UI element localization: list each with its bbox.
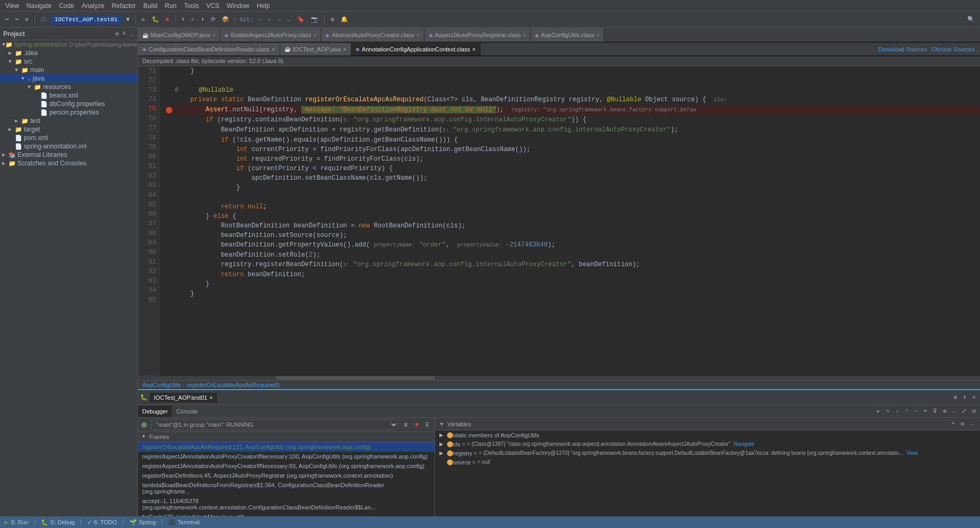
debug-columns-icon[interactable]: ⊟ — [970, 407, 978, 416]
tab-abstract-proxy-close[interactable]: × — [417, 32, 420, 38]
tab-aop-config-close[interactable]: × — [596, 32, 600, 38]
toolbar-camera-btn[interactable]: 📷 — [309, 15, 320, 24]
debug-settings-icon[interactable]: ⚙ — [941, 407, 949, 416]
menu-item-view[interactable]: View — [2, 1, 22, 11]
toolbar-vcs-commit-btn[interactable]: ✓ — [189, 15, 197, 24]
tree-item-scratches[interactable]: ▶ 📁 Scratches and Consoles — [0, 159, 137, 168]
var-item-registry[interactable]: ▶ ⬤ registry = = {DefaultListableBeanFac… — [435, 448, 980, 457]
thread-filter-btn[interactable]: ⊽ — [423, 420, 431, 429]
frames-expand-icon[interactable]: ▼ — [142, 434, 145, 439]
debug-stepover-icon[interactable]: ↷ — [884, 407, 892, 416]
code-area[interactable]: 71 72 73 74 75 76 77 78 79 80 81 82 83 8… — [138, 66, 980, 376]
toolbar-more-btn[interactable]: … — [285, 15, 293, 24]
tab-aspect-registrar-close[interactable]: × — [523, 32, 526, 38]
scrollbar-thumb[interactable] — [276, 376, 435, 380]
panel-gear-icon[interactable]: ⚙ — [114, 30, 120, 38]
status-debug-item[interactable]: 🐛 S: Debug — [41, 519, 75, 526]
tab-ioc-test[interactable]: ☕ IOCTest_AOP.java × — [280, 43, 351, 56]
panel-layout-icon[interactable]: ≡ — [122, 30, 127, 38]
status-terminal-item[interactable]: ⬛ Terminal — [168, 519, 200, 526]
tree-item-beans-xml[interactable]: 📄 beans.xml — [0, 91, 137, 100]
tab-main-config-close[interactable]: × — [212, 32, 215, 38]
breadcrumb-class[interactable]: AopConfigUtils — [142, 382, 181, 388]
tab-console[interactable]: Console — [172, 406, 202, 417]
menu-item-code[interactable]: Code — [56, 1, 77, 11]
menu-item-vcs[interactable]: VCS — [203, 1, 223, 11]
var-item-static[interactable]: ▶ ⬤ static members of AopConfigUtils — [435, 430, 980, 439]
debug-eval-icon[interactable]: ⌨ — [922, 407, 930, 416]
debug-more-icon[interactable]: … — [950, 407, 958, 416]
breadcrumb-method[interactable]: registerOrEscalateApcAsRequired() — [187, 382, 280, 388]
thread-pause-btn[interactable]: ⏸ — [401, 420, 411, 429]
menu-item-help[interactable]: Help — [254, 1, 273, 11]
tree-item-dbconfig[interactable]: 📄 dbConfig.properties — [0, 100, 137, 108]
tree-item-iml[interactable]: 📄 spring-annontation.iml — [0, 142, 137, 151]
tool-expand-icon[interactable]: ⬆ — [961, 393, 969, 402]
toolbar-run-btn[interactable]: ▶ — [140, 15, 148, 24]
thread-stop-btn[interactable]: ■ — [413, 420, 421, 429]
menu-item-window[interactable]: Window — [223, 1, 253, 11]
tab-debugger[interactable]: Debugger — [138, 406, 172, 417]
toolbar-forward-btn[interactable]: ↪ — [13, 15, 21, 24]
toolbar-vcs-update-btn[interactable]: ⬇ — [179, 15, 187, 24]
debug-runtocu-icon[interactable]: → — [912, 407, 920, 416]
toolbar-stop-btn[interactable]: ■ — [163, 15, 171, 24]
var-cls-navigate[interactable]: Navigate — [733, 441, 754, 447]
toolbar-notifications-btn[interactable]: 🔔 — [339, 15, 350, 24]
tree-item-test[interactable]: ▶ 📁 test — [0, 117, 137, 125]
download-sources-link[interactable]: Download Sources — [878, 46, 927, 52]
tab-aspect-registrar[interactable]: ◆ AspectJAutoProxyRegistrar.class × — [424, 28, 531, 42]
variables-settings-icon[interactable]: ⚙ — [959, 419, 967, 428]
project-name[interactable]: IOCTest_AOP.test01 — [50, 15, 122, 24]
debug-resume-icon[interactable]: ▶ — [874, 407, 882, 416]
tab-main-config[interactable]: ☕ MainConfigOfAOP.java × — [138, 28, 220, 42]
variables-more-icon[interactable]: … — [968, 419, 976, 428]
menu-item-analyze[interactable]: Analyze — [79, 1, 108, 11]
frame-item-0[interactable]: registerOrEscalateApcAsRequired:121, Aop… — [138, 442, 435, 452]
tree-root[interactable]: ▼ 📁 spring-annontation D:\jdeaProjects\s… — [0, 40, 137, 49]
tree-item-person[interactable]: 📄 person.properties — [0, 108, 137, 117]
tab-enable-aspect[interactable]: ◆ EnableAspectJAutoProxy.class × — [220, 28, 321, 42]
tab-aop-config[interactable]: ◆ AopConfigUtils.class × — [531, 28, 605, 42]
tab-config-reader-close[interactable]: × — [272, 46, 275, 52]
tab-abstract-proxy[interactable]: ◆ AbstractAutoProxyCreator.class × — [321, 28, 424, 42]
toolbar-debug-btn[interactable]: 🐛 — [150, 15, 161, 24]
toolbar-settings-btn[interactable]: ⚙ — [328, 15, 336, 24]
frame-item-6[interactable]: forEach:676, LinkedHashMap (java.util) — [138, 512, 435, 516]
thread-dropdown[interactable]: "main"@1 in group "main": RUNNING — [151, 419, 398, 430]
toolbar-back-btn[interactable]: ↩ — [3, 15, 11, 24]
choose-sources-link[interactable]: Choose Sources . — [932, 46, 978, 52]
git-checkmark-1[interactable]: ✓ — [256, 15, 264, 24]
tab-config-class-reader[interactable]: ◆ ConfigurationClassBeanDefinitionReader… — [138, 43, 280, 56]
toolbar-vcs-push-btn[interactable]: ⬆ — [199, 15, 207, 24]
toolbar-vcs-history-btn[interactable]: ⟳ — [209, 15, 218, 24]
tool-close-panel-icon[interactable]: × — [970, 393, 978, 402]
debug-stepinto-icon[interactable]: ↓ — [894, 407, 901, 416]
tab-enable-aspect-close[interactable]: × — [314, 32, 317, 38]
tab-annotation-context-close[interactable]: × — [472, 46, 475, 52]
frame-item-2[interactable]: registerAspectJAnnotationAutoProxyCreato… — [138, 461, 435, 471]
tree-item-src[interactable]: ▼ 📁 src — [0, 57, 137, 66]
tree-item-pom[interactable]: 📄 pom.xml — [0, 134, 137, 142]
variables-add-icon[interactable]: + — [949, 419, 957, 428]
tree-item-target[interactable]: ▶ 📁 target — [0, 125, 137, 134]
tree-item-resources[interactable]: ▼ 📁 resources — [0, 83, 137, 91]
tree-item-java[interactable]: ▼ ☕ java — [0, 74, 137, 83]
menu-item-refactor[interactable]: Refactor — [109, 1, 139, 11]
git-checkmark-2[interactable]: ✓ — [265, 15, 273, 24]
toolbar-bookmark-btn[interactable]: 🔖 — [295, 15, 307, 24]
menu-item-build[interactable]: Build — [140, 1, 161, 11]
tab-debug-close[interactable]: × — [210, 394, 213, 401]
variables-expand-icon[interactable]: ▼ — [439, 421, 444, 427]
git-checkmark-3[interactable]: ✓ — [275, 15, 283, 24]
var-registry-view[interactable]: View — [906, 450, 918, 456]
debug-filter-icon[interactable]: ⊽ — [931, 407, 939, 416]
frame-item-1[interactable]: registerAspectJAnnotationAutoProxyCreato… — [138, 452, 435, 461]
menu-item-run[interactable]: Run — [162, 1, 180, 11]
status-spring-item[interactable]: 🌱 Spring — [129, 519, 156, 526]
status-todo-item[interactable]: ✓ 6: TODO — [87, 519, 117, 526]
code-scrollbar-h[interactable] — [138, 376, 980, 380]
menu-item-navigate[interactable]: Navigate — [23, 1, 55, 11]
debug-expand-icon[interactable]: ⤢ — [959, 407, 968, 416]
frame-item-5[interactable]: accept:-1, 116405378 (org.springframewor… — [138, 496, 435, 512]
